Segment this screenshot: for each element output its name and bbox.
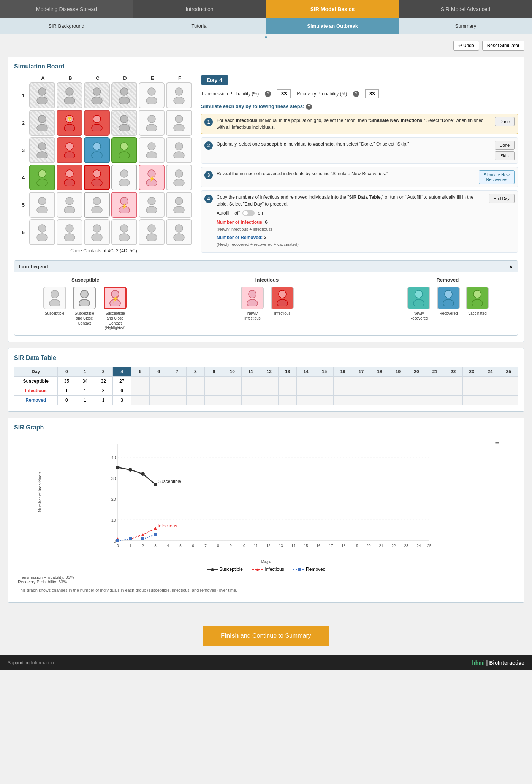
cell-4b[interactable] <box>57 165 82 190</box>
cell-3a[interactable] <box>29 137 55 163</box>
rem-15[interactable] <box>334 396 352 405</box>
susc-2[interactable]: 32 <box>94 377 112 386</box>
susc-9[interactable] <box>223 377 241 386</box>
cell-4d[interactable] <box>111 165 137 190</box>
rem-22[interactable] <box>462 396 481 405</box>
cell-2c[interactable] <box>84 110 110 136</box>
inf-11[interactable] <box>260 386 278 396</box>
inf-9[interactable] <box>223 386 241 396</box>
susc-22[interactable] <box>462 377 481 386</box>
inf-2[interactable]: 3 <box>94 386 112 396</box>
top-nav-sir-advanced[interactable]: SIR Model Advanced <box>399 0 532 18</box>
susc-6[interactable] <box>168 377 186 386</box>
inf-3[interactable]: 6 <box>112 386 131 396</box>
rem-12[interactable] <box>278 396 296 405</box>
rem-14[interactable] <box>315 396 333 405</box>
susc-8[interactable] <box>205 377 223 386</box>
rem-23[interactable] <box>481 396 499 405</box>
susc-11[interactable] <box>260 377 278 386</box>
cell-5c[interactable] <box>84 192 110 218</box>
susc-10[interactable] <box>242 377 260 386</box>
susc-12[interactable] <box>278 377 296 386</box>
cell-3c[interactable] <box>84 137 110 163</box>
rem-10[interactable] <box>242 396 260 405</box>
susc-17[interactable] <box>370 377 389 386</box>
autofill-toggle[interactable] <box>242 210 255 216</box>
susc-16[interactable] <box>352 377 370 386</box>
rem-3[interactable]: 3 <box>112 396 131 405</box>
rem-24[interactable] <box>499 396 518 405</box>
inf-16[interactable] <box>352 386 370 396</box>
rem-2[interactable]: 1 <box>94 396 112 405</box>
inf-10[interactable] <box>242 386 260 396</box>
inf-14[interactable] <box>315 386 333 396</box>
top-nav-sir-basics[interactable]: SIR Model Basics <box>266 0 399 18</box>
rem-0[interactable]: 0 <box>57 396 76 405</box>
cell-6f[interactable] <box>166 219 192 245</box>
rem-7[interactable] <box>186 396 204 405</box>
inf-20[interactable] <box>426 386 444 396</box>
cell-5d[interactable]: ⚡ <box>111 192 137 218</box>
cell-5f[interactable] <box>166 192 192 218</box>
cell-6c[interactable] <box>84 219 110 245</box>
susc-13[interactable] <box>297 377 315 386</box>
cell-3e[interactable] <box>139 137 165 163</box>
cell-4f[interactable] <box>166 165 192 190</box>
cell-2d[interactable] <box>111 110 137 136</box>
cell-1c[interactable] <box>84 82 110 108</box>
cell-3d[interactable] <box>111 137 137 163</box>
susc-23[interactable] <box>481 377 499 386</box>
cell-1a[interactable] <box>29 82 55 108</box>
inf-13[interactable] <box>297 386 315 396</box>
cell-6b[interactable] <box>57 219 82 245</box>
inf-6[interactable] <box>168 386 186 396</box>
simulate-new-recoveries-button[interactable]: Simulate NewRecoveries <box>479 170 515 184</box>
inf-8[interactable] <box>205 386 223 396</box>
transmission-help-icon[interactable]: ? <box>265 91 271 97</box>
step-2-done-button[interactable]: Done <box>495 141 515 150</box>
susc-19[interactable] <box>407 377 426 386</box>
cell-2a[interactable] <box>29 110 55 136</box>
inf-17[interactable] <box>370 386 389 396</box>
steps-help-icon[interactable]: ? <box>306 104 312 110</box>
cell-6d[interactable] <box>111 219 137 245</box>
rem-16[interactable] <box>352 396 370 405</box>
finish-button[interactable]: Finish and Continue to Summary <box>203 626 329 646</box>
susc-14[interactable] <box>315 377 333 386</box>
susc-20[interactable] <box>426 377 444 386</box>
legend-header[interactable]: Icon Legend ∧ <box>14 261 518 272</box>
cell-6a[interactable] <box>29 219 55 245</box>
cell-3f[interactable] <box>166 137 192 163</box>
cell-2b[interactable]: 😤 <box>57 110 82 136</box>
cell-4c-active[interactable]: Simulate New Infections <box>84 165 110 190</box>
susc-18[interactable] <box>389 377 407 386</box>
susc-7[interactable] <box>186 377 204 386</box>
inf-19[interactable] <box>407 386 426 396</box>
rem-18[interactable] <box>389 396 407 405</box>
inf-4[interactable] <box>131 386 149 396</box>
cell-6e[interactable] <box>139 219 165 245</box>
recovery-help-icon[interactable]: ? <box>353 91 359 97</box>
cell-1b[interactable] <box>57 82 82 108</box>
step-1-done-button[interactable]: Done <box>495 117 515 126</box>
cell-4e[interactable]: ⚡ <box>139 165 165 190</box>
cell-5e[interactable] <box>139 192 165 218</box>
inf-21[interactable] <box>444 386 462 396</box>
susc-3[interactable]: 27 <box>112 377 131 386</box>
rem-20[interactable] <box>426 396 444 405</box>
cell-4a[interactable] <box>29 165 55 190</box>
tab-summary[interactable]: Summary <box>399 18 532 34</box>
cell-5a[interactable] <box>29 192 55 218</box>
rem-8[interactable] <box>205 396 223 405</box>
rem-4[interactable] <box>131 396 149 405</box>
rem-5[interactable] <box>149 396 168 405</box>
susc-5[interactable] <box>149 377 168 386</box>
rem-13[interactable] <box>297 396 315 405</box>
inf-18[interactable] <box>389 386 407 396</box>
reset-simulator-button[interactable]: Reset Simulator <box>482 41 524 51</box>
rem-17[interactable] <box>370 396 389 405</box>
cell-2e[interactable] <box>139 110 165 136</box>
tab-sir-background[interactable]: SIR Background <box>0 18 133 34</box>
rem-11[interactable] <box>260 396 278 405</box>
susc-15[interactable] <box>334 377 352 386</box>
